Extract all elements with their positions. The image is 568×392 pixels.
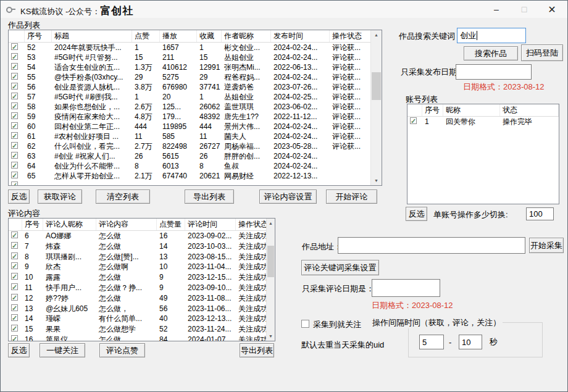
publish-date-input[interactable] bbox=[456, 64, 532, 80]
works-row[interactable]: 53 #5G时代 #只管努... 15 211 15 丛姐创业 2024-02-… bbox=[9, 52, 371, 62]
works-col-status[interactable]: 操作状态 bbox=[330, 30, 371, 42]
works-row[interactable]: 52 2024年就要玩快手... 1 1657 1 彬文创业... 2024-0… bbox=[9, 43, 371, 52]
minimize-button[interactable]: – bbox=[483, 1, 510, 18]
work-url-input[interactable] bbox=[338, 237, 525, 254]
comment-row[interactable]: 12 婷??婷 怎么做 49 2023-11-08... 关注成功 bbox=[9, 293, 267, 304]
works-col-likes[interactable]: 点赞 bbox=[132, 30, 160, 42]
row-checkbox[interactable] bbox=[11, 142, 18, 149]
interval-min-input[interactable]: 5 bbox=[419, 335, 444, 349]
works-table-header[interactable]: 序号 标题 点赞 播放 收藏 作者昵称 发布时间 操作状态 bbox=[9, 30, 371, 43]
comments-col-likes[interactable]: 点赞量 bbox=[157, 219, 185, 230]
account-row[interactable]: 1 回关带你 操作完毕 bbox=[407, 117, 559, 127]
works-row[interactable]: 64 创业为什么不能带... 8 6013 8 鱼叔 2024-02-24... bbox=[9, 161, 371, 171]
works-row[interactable]: 63 #创业 #祝家人们... 26 5615 26 胖胖的创... 2024-… bbox=[9, 151, 371, 161]
scroll-down-icon[interactable]: ▼ bbox=[371, 176, 382, 185]
comment-row[interactable]: 14 瑾嵘 有什么简单... 40 2023-12-13... 关注成功 bbox=[9, 314, 267, 324]
accounts-col-status[interactable]: 状态 bbox=[500, 104, 559, 116]
comments-col-time[interactable]: 评论时间 bbox=[185, 219, 236, 230]
row-checkbox[interactable] bbox=[11, 53, 18, 60]
row-checkbox[interactable] bbox=[11, 283, 18, 290]
works-row[interactable]: 62 什么叫创业，看完... 2.7万 822498 26727 周杨幸福...… bbox=[9, 141, 371, 151]
works-row[interactable] bbox=[9, 181, 371, 186]
accounts-invert-button[interactable]: 反选 bbox=[406, 207, 427, 221]
scrollbar-thumb[interactable] bbox=[267, 246, 274, 277]
works-row[interactable]: 55 @快手粉条(03xhcy... 29 5275 29 程爸程妈... 20… bbox=[9, 72, 371, 82]
qr-login-button[interactable]: 扫码登陆 bbox=[521, 44, 563, 61]
row-checkbox[interactable] bbox=[11, 112, 18, 119]
works-row[interactable]: 57 #5G时代 #刷到我... 1 20 1 丛姐创业 2024-02-25.… bbox=[9, 92, 371, 102]
row-checkbox[interactable] bbox=[11, 73, 18, 80]
comment-row[interactable]: 11 快手用户... 怎么做？挣... 9 2023-09-10... 关注成功 bbox=[9, 283, 267, 293]
row-checkbox[interactable] bbox=[11, 273, 18, 280]
clear-list-button[interactable]: 清空列表 bbox=[96, 190, 150, 204]
comment-row[interactable]: 16 第凤仪 怎么做 84 2024-01-07... 关注成功 bbox=[9, 335, 267, 341]
row-checkbox[interactable] bbox=[11, 172, 18, 178]
comments-export-button[interactable]: 导出列表 bbox=[240, 343, 274, 357]
row-checkbox[interactable] bbox=[11, 252, 18, 259]
comments-col-id[interactable]: 序号 bbox=[22, 219, 43, 230]
row-checkbox[interactable] bbox=[11, 122, 18, 129]
search-works-button[interactable]: 搜索作品 bbox=[464, 46, 518, 60]
comment-content-settings-button[interactable]: 评论内容设置 bbox=[259, 190, 317, 204]
row-checkbox[interactable] bbox=[11, 294, 18, 301]
comment-row[interactable]: 9 欣杰 怎么做啊 10 2023-11-04... 关注成功 bbox=[9, 262, 267, 272]
row-checkbox[interactable] bbox=[11, 152, 18, 159]
works-col-plays[interactable]: 播放 bbox=[160, 30, 197, 42]
row-checkbox[interactable] bbox=[11, 83, 18, 90]
follow-all-button[interactable]: 一键关注 bbox=[40, 343, 85, 357]
works-col-date[interactable]: 发布时间 bbox=[271, 30, 330, 42]
row-checkbox[interactable] bbox=[11, 102, 18, 109]
works-row[interactable]: 65 怎样从零开始创业... 2.1万 674740 20621 网易财经 20… bbox=[9, 171, 371, 181]
row-checkbox[interactable] bbox=[11, 93, 18, 99]
comment-row[interactable]: 10 露露 怎么做 9 2023-12-15... 关注成功 bbox=[9, 272, 267, 283]
comment-row[interactable]: 6 AO娜娜 怎么做 16 2023-09-02... 关注成功 bbox=[9, 231, 267, 241]
row-checkbox[interactable] bbox=[11, 335, 18, 341]
accounts-col-id[interactable]: 序号 bbox=[422, 104, 443, 116]
scrollbar-thumb[interactable] bbox=[372, 72, 381, 100]
row-checkbox[interactable] bbox=[11, 242, 18, 249]
works-export-button[interactable]: 导出列表 bbox=[185, 190, 234, 204]
row-checkbox[interactable] bbox=[410, 117, 417, 124]
row-checkbox[interactable] bbox=[11, 314, 18, 321]
works-invert-button[interactable]: 反选 bbox=[8, 190, 30, 204]
scroll-up-icon[interactable]: ▲ bbox=[267, 219, 275, 228]
works-col-title[interactable]: 标题 bbox=[52, 30, 132, 42]
start-collect-button[interactable]: 开始采集 bbox=[529, 238, 564, 253]
works-col-id[interactable]: 序号 bbox=[25, 30, 52, 42]
comment-keyword-settings-button[interactable]: 评论关键词采集设置 bbox=[301, 260, 379, 275]
accounts-table-header[interactable]: 序号 昵称 状态 bbox=[407, 104, 559, 117]
row-checkbox[interactable] bbox=[11, 63, 18, 70]
works-row[interactable]: 54 适合女生创业的五... 1.3万 410612 12991 张明杰Mi..… bbox=[9, 62, 371, 72]
follow-on-collect-checkbox[interactable] bbox=[301, 320, 309, 328]
comments-table-header[interactable]: 序号 评论人昵称 评论内容 点赞量 评论时间 操作状态 bbox=[9, 219, 267, 231]
comment-row[interactable]: 13 @幺妹儿605 怎么做， 56 2023-11-06... 关注成功 bbox=[9, 304, 267, 314]
interval-max-input[interactable]: 10 bbox=[459, 335, 482, 349]
comments-col-nick[interactable]: 评论人昵称 bbox=[43, 219, 96, 230]
works-col-favs[interactable]: 收藏 bbox=[197, 30, 222, 42]
works-row[interactable]: 56 创业是资源人脉机... 3.8万 676980 37741 逆袭奶爸 20… bbox=[9, 82, 371, 92]
works-row[interactable]: 60 回村创业第二年正... 444 119895 444 景州大伟... 20… bbox=[9, 122, 371, 131]
scroll-up-icon[interactable]: ▲ bbox=[371, 30, 382, 40]
comment-row[interactable]: 7 炜森 怎么做 14 2023-10-03... 关注成功 bbox=[9, 241, 267, 252]
row-checkbox[interactable] bbox=[11, 325, 18, 332]
accounts-col-nick[interactable]: 昵称 bbox=[443, 104, 500, 116]
row-checkbox[interactable] bbox=[11, 162, 18, 169]
search-keyword-input[interactable]: 创业 bbox=[457, 28, 526, 43]
row-checkbox[interactable] bbox=[11, 132, 18, 139]
comment-date-input[interactable] bbox=[372, 279, 440, 297]
comments-invert-button[interactable]: 反选 bbox=[8, 343, 30, 357]
scroll-down-icon[interactable]: ▼ bbox=[267, 332, 275, 341]
row-checkbox[interactable] bbox=[11, 43, 18, 50]
row-checkbox[interactable] bbox=[11, 181, 18, 186]
comment-row[interactable]: 15 果果 怎么做想学 52 2023-11-24... 关注成功 bbox=[9, 324, 267, 335]
close-button[interactable]: ✕ bbox=[538, 1, 566, 18]
row-checkbox[interactable] bbox=[11, 304, 18, 311]
row-checkbox[interactable] bbox=[11, 231, 18, 238]
works-row[interactable]: 58 如果你也想创业，... 2.6万 125... 26062 盖世琪琪 20… bbox=[9, 102, 371, 112]
start-comment-button[interactable]: 开始评论 bbox=[326, 190, 377, 204]
comments-scrollbar[interactable]: ▲ ▼ bbox=[266, 219, 275, 341]
comments-col-status[interactable]: 操作状态 bbox=[236, 219, 267, 230]
like-comments-button[interactable]: 评论点赞 bbox=[99, 343, 145, 357]
works-row[interactable]: 61 #农村创业好项目 ... 11 585 11 菌夫人 2024-02-24… bbox=[9, 131, 371, 141]
comments-col-content[interactable]: 评论内容 bbox=[96, 219, 157, 230]
